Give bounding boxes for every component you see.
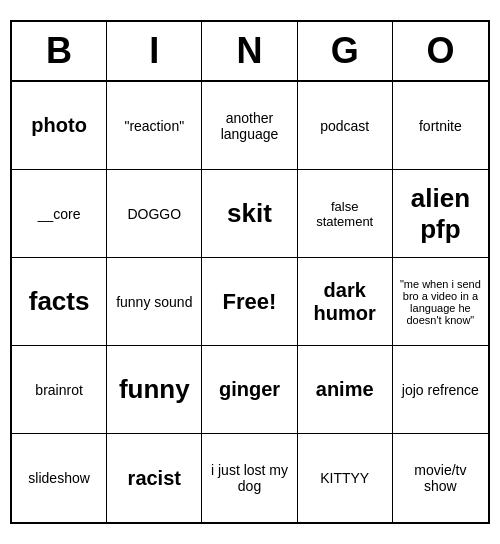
- bingo-cell-20: slideshow: [12, 434, 107, 522]
- bingo-cell-18: anime: [298, 346, 393, 434]
- bingo-cell-6: DOGGO: [107, 170, 202, 258]
- bingo-cell-15: brainrot: [12, 346, 107, 434]
- bingo-cell-3: podcast: [298, 82, 393, 170]
- bingo-cell-10: facts: [12, 258, 107, 346]
- bingo-cell-19: jojo refrence: [393, 346, 488, 434]
- bingo-cell-4: fortnite: [393, 82, 488, 170]
- bingo-cell-5: __core: [12, 170, 107, 258]
- bingo-cell-1: "reaction": [107, 82, 202, 170]
- bingo-cell-24: movie/tv show: [393, 434, 488, 522]
- bingo-cell-22: i just lost my dog: [202, 434, 297, 522]
- bingo-cell-0: photo: [12, 82, 107, 170]
- bingo-cell-16: funny: [107, 346, 202, 434]
- bingo-grid: photo"reaction"another languagepodcastfo…: [12, 82, 488, 522]
- bingo-letter-o: O: [393, 22, 488, 80]
- bingo-card: BINGO photo"reaction"another languagepod…: [10, 20, 490, 524]
- bingo-cell-11: funny sound: [107, 258, 202, 346]
- bingo-cell-7: skit: [202, 170, 297, 258]
- bingo-letter-i: I: [107, 22, 202, 80]
- bingo-letter-b: B: [12, 22, 107, 80]
- bingo-cell-13: dark humor: [298, 258, 393, 346]
- bingo-cell-9: alien pfp: [393, 170, 488, 258]
- bingo-letter-g: G: [298, 22, 393, 80]
- bingo-header: BINGO: [12, 22, 488, 82]
- bingo-letter-n: N: [202, 22, 297, 80]
- bingo-cell-23: KITTYY: [298, 434, 393, 522]
- bingo-cell-14: "me when i send bro a video in a languag…: [393, 258, 488, 346]
- bingo-cell-21: racist: [107, 434, 202, 522]
- bingo-cell-8: false statement: [298, 170, 393, 258]
- bingo-cell-17: ginger: [202, 346, 297, 434]
- bingo-cell-12: Free!: [202, 258, 297, 346]
- bingo-cell-2: another language: [202, 82, 297, 170]
